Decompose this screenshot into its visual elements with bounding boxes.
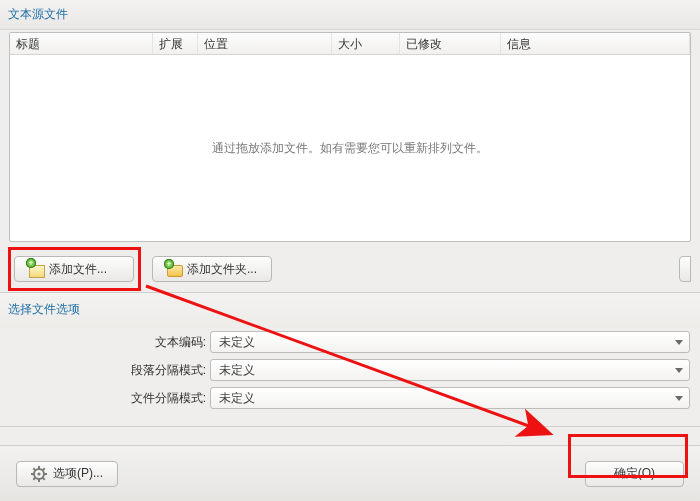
encoding-value: 未定义: [219, 334, 255, 351]
paragraph-sep-select[interactable]: 未定义: [210, 359, 690, 381]
paragraph-sep-label: 段落分隔模式:: [0, 362, 210, 379]
file-options-form: 文本编码: 未定义 段落分隔模式: 未定义 文件分隔模式: 未定义: [0, 328, 700, 427]
column-header-size[interactable]: 大小: [332, 33, 400, 54]
gear-icon: [31, 466, 47, 482]
ok-button[interactable]: 确定(O): [585, 461, 684, 487]
add-folder-button[interactable]: 添加文件夹...: [152, 256, 272, 282]
file-sep-select[interactable]: 未定义: [210, 387, 690, 409]
column-header-info[interactable]: 信息: [501, 33, 690, 54]
file-list-header: 标题 扩展 位置 大小 已修改 信息: [10, 33, 690, 55]
bottom-toolbar: 选项(P)... 确定(O): [0, 445, 700, 501]
file-list-container: 标题 扩展 位置 大小 已修改 信息 通过拖放添加文件。如有需要您可以重新排列文…: [9, 32, 691, 242]
add-folder-label: 添加文件夹...: [187, 261, 257, 278]
svg-line-7: [43, 477, 45, 479]
column-header-ext[interactable]: 扩展: [153, 33, 198, 54]
file-buttons-row: 添加文件... 添加文件夹...: [0, 242, 700, 292]
svg-line-8: [43, 468, 45, 470]
add-folder-icon: [167, 262, 181, 276]
svg-line-6: [33, 468, 35, 470]
paragraph-sep-value: 未定义: [219, 362, 255, 379]
drop-placeholder-text: 通过拖放添加文件。如有需要您可以重新排列文件。: [212, 140, 488, 157]
encoding-label: 文本编码:: [0, 334, 210, 351]
file-sep-value: 未定义: [219, 390, 255, 407]
add-file-icon: [29, 262, 43, 276]
column-header-location[interactable]: 位置: [198, 33, 332, 54]
chevron-down-icon: [675, 396, 683, 401]
chevron-down-icon: [675, 340, 683, 345]
column-header-modified[interactable]: 已修改: [400, 33, 501, 54]
file-drop-area[interactable]: 通过拖放添加文件。如有需要您可以重新排列文件。: [10, 55, 690, 241]
ok-label: 确定(O): [614, 465, 655, 482]
encoding-select[interactable]: 未定义: [210, 331, 690, 353]
source-files-title: 文本源文件: [0, 0, 700, 30]
svg-point-1: [37, 472, 40, 475]
column-header-title[interactable]: 标题: [10, 33, 153, 54]
side-button-partial[interactable]: [679, 256, 691, 282]
options-button[interactable]: 选项(P)...: [16, 461, 118, 487]
add-file-label: 添加文件...: [49, 261, 107, 278]
options-label: 选项(P)...: [53, 465, 103, 482]
svg-line-9: [33, 477, 35, 479]
file-sep-label: 文件分隔模式:: [0, 390, 210, 407]
add-file-button[interactable]: 添加文件...: [14, 256, 134, 282]
chevron-down-icon: [675, 368, 683, 373]
file-options-title: 选择文件选项: [0, 293, 700, 328]
